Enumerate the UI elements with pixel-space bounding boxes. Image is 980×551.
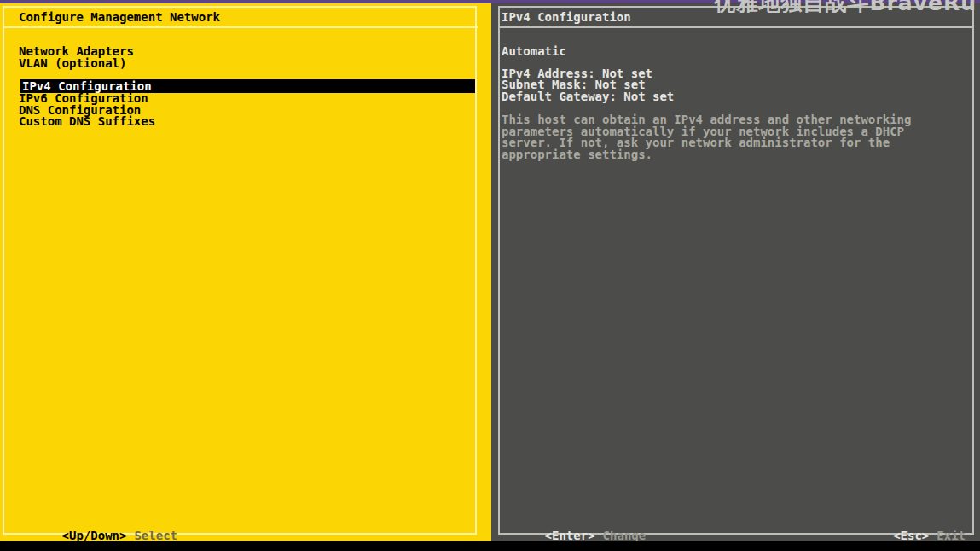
menu-list: Network Adapters VLAN (optional) IPv4 Co… [0,46,491,128]
dcui-screen: Configure Management Network Network Ada… [0,0,980,551]
menu-title-rule [3,26,478,28]
watermark-text: 优雅地独自战斗BraveRu [714,0,977,13]
description-line: appropriate settings. [502,149,969,161]
menu-pane: Configure Management Network Network Ada… [0,3,491,541]
ipv4-mode-value: Automatic [502,46,969,58]
menu-item-custom-dns-suffixes[interactable]: Custom DNS Suffixes [0,116,491,128]
menu-pane-title: Configure Management Network [19,11,220,24]
detail-pane: IPv4 Configuration Automatic IPv4 Addres… [491,3,980,541]
detail-title-rule [498,26,974,28]
status-bar: VMware ESXi 7.0.1 (VMKernel Release Buil… [0,541,980,551]
menu-gap [0,69,491,79]
watermark: 优雅地独自战斗BraveRu [714,0,977,13]
menu-item-vlan[interactable]: VLAN (optional) [0,58,491,70]
detail-pane-title: IPv4 Configuration [502,11,631,24]
default-gateway-field: Default Gateway: Not set [502,91,969,103]
detail-content: Automatic IPv4 Address: Not set Subnet M… [502,46,969,160]
